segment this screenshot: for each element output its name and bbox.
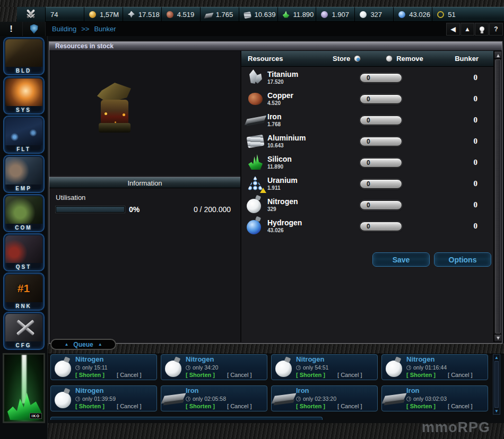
resource-value: 1,57M — [100, 11, 119, 19]
store-amount-input[interactable] — [360, 200, 402, 210]
cancel-link[interactable]: [ Cancel ] — [117, 403, 141, 409]
cancel-link[interactable]: [ Cancel ] — [448, 372, 472, 378]
store-amount-input[interactable] — [360, 222, 402, 231]
sidebar-item-label: SYS — [4, 107, 44, 115]
queue-time: only 34:20 — [186, 364, 252, 371]
shorten-link[interactable]: [ Shorten ] — [186, 372, 215, 378]
shorten-link[interactable]: [ Shorten ] — [186, 403, 215, 409]
window-title-bar: Resources in stock — [49, 42, 502, 51]
shorten-link[interactable]: [ Shorten ] — [296, 403, 325, 409]
sidebar-item[interactable]: BLD — [3, 37, 45, 75]
resource-name: Titanium — [267, 70, 337, 78]
cancel-link[interactable]: [ Cancel ] — [448, 403, 472, 409]
queue-time: only 02:33:20 — [296, 396, 362, 402]
bunker-column-header: Bunker — [455, 55, 479, 63]
defense-button[interactable] — [23, 22, 46, 36]
shorten-link[interactable]: [ Shorten ] — [75, 403, 105, 409]
store-amount-input[interactable] — [360, 179, 402, 189]
shorten-link[interactable]: [ Shorten ] — [406, 403, 436, 409]
help-button[interactable]: ? — [489, 23, 503, 36]
resource-stock-amount: 1.768 — [267, 121, 337, 127]
crystal-beam — [22, 355, 27, 403]
queue-scroll-up-button[interactable]: ▲ — [494, 355, 499, 361]
cancel-link[interactable]: [ Cancel ] — [337, 403, 362, 409]
queue-resource-name: Nitrogen — [75, 355, 142, 364]
store-label: Store — [333, 55, 350, 63]
queue-time-text: only 02:05:58 — [193, 396, 226, 402]
queue-scroll-down-button[interactable]: ▼ — [494, 408, 499, 414]
queue-tab-label: Queue — [73, 341, 93, 348]
breadcrumb-bunker-link[interactable]: Bunker — [94, 25, 116, 33]
resource-stock-amount: 17.520 — [267, 79, 337, 85]
resource-row: Silicon 11.890 0 — [241, 152, 493, 173]
combat-button[interactable] — [17, 7, 45, 22]
queue-item: Iron only 03:02:03 [ Shorten ] [ Cancel … — [381, 385, 488, 411]
sidebar-item[interactable]: #1 RNK — [3, 273, 45, 311]
resources-column-header: Resources — [248, 55, 333, 63]
sidebar-item[interactable]: FLT — [3, 116, 45, 154]
scroll-down-button[interactable] — [494, 334, 502, 342]
topbar-left-texture — [0, 7, 17, 22]
queue-list: Nitrogen only 15:11 [ Shorten ] [ Cancel… — [50, 354, 488, 411]
building-image-area — [49, 51, 240, 177]
resource-value: 1.907 — [332, 11, 349, 19]
sidebar-item-label: RNK — [4, 303, 44, 311]
store-amount-input[interactable] — [360, 158, 402, 168]
topbar-resource-list: 74 1,57M 17.518 4.519 1.765 10.639 11.89… — [45, 7, 504, 22]
breadcrumb-separator: >> — [81, 25, 89, 33]
queue-item: Iron only 02:05:58 [ Shorten ] [ Cancel … — [161, 385, 267, 411]
resource-value: 51 — [448, 11, 455, 19]
bunker-building-image — [94, 83, 134, 134]
shorten-link[interactable]: [ Shorten ] — [75, 372, 105, 378]
collapse-arrow-icon: ▲ — [64, 342, 68, 347]
resource-icon — [244, 110, 267, 129]
breadcrumb-building-link[interactable]: Building — [52, 25, 76, 33]
resource-value: 74 — [50, 11, 58, 19]
utilisation-progress-bar — [56, 206, 125, 213]
queue-toggle-tab[interactable]: ▲ Queue ▲ — [50, 339, 116, 350]
clock-icon — [406, 365, 411, 370]
shorten-link[interactable]: [ Shorten ] — [296, 372, 325, 378]
sidebar-item-label: COM — [4, 225, 44, 232]
store-amount-input[interactable] — [360, 116, 402, 125]
resource-stock-amount: 10.643 — [267, 143, 337, 148]
exclamation-icon: ! — [10, 24, 13, 34]
building-pane: Information Utilisation 0% 0 / 200.000 — [49, 51, 241, 342]
save-button[interactable]: Save — [372, 252, 430, 267]
scrollbar-thumb[interactable] — [495, 59, 501, 333]
scroll-up-button[interactable] — [494, 51, 502, 59]
store-amount-input[interactable] — [360, 137, 402, 146]
scroll-top-button[interactable]: ▲ — [460, 23, 474, 36]
resource-icon — [244, 195, 267, 214]
store-amount-input[interactable] — [360, 94, 402, 104]
cancel-link[interactable]: [ Cancel ] — [337, 372, 362, 378]
queue-resource-name: Iron — [296, 387, 362, 395]
sidebar-item[interactable]: EMP — [3, 155, 45, 193]
store-amount-input[interactable] — [360, 73, 402, 83]
sidebar-item[interactable]: COM — [3, 194, 45, 232]
sidebar-item-label: FLT — [4, 146, 44, 154]
remove-radio[interactable] — [386, 55, 393, 62]
sidebar-item[interactable]: CFG — [3, 312, 45, 350]
queue-resource-icon — [161, 387, 186, 410]
sidebar-item[interactable]: QST — [3, 233, 45, 271]
back-button[interactable]: ◀ — [446, 23, 460, 36]
sidebar-thumbnail — [5, 118, 42, 145]
queue-resource-icon — [272, 356, 296, 379]
options-button[interactable]: Options — [434, 252, 491, 267]
resource-icon — [167, 11, 173, 18]
queue-scrollbar-track[interactable] — [494, 361, 499, 408]
cancel-link[interactable]: [ Cancel ] — [117, 372, 141, 378]
sidebar-item[interactable]: SYS — [3, 76, 45, 115]
clock-icon — [75, 365, 80, 370]
resource-row: Aluminium 10.643 0 — [241, 130, 493, 152]
shorten-link[interactable]: [ Shorten ] — [406, 372, 436, 378]
hint-button[interactable] — [475, 23, 489, 36]
cancel-link[interactable]: [ Cancel ] — [227, 372, 251, 378]
queue-item: Nitrogen only 01:16:44 [ Shorten ] [ Can… — [381, 354, 488, 380]
sidebar-thumbnail — [5, 78, 42, 106]
alert-button[interactable]: ! — [0, 22, 23, 36]
cancel-link[interactable]: [ Cancel ] — [227, 403, 251, 409]
queue-time-text: only 15:11 — [82, 364, 108, 371]
store-radio[interactable] — [354, 55, 361, 62]
